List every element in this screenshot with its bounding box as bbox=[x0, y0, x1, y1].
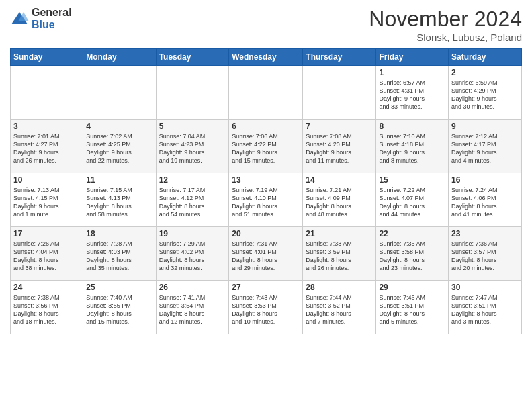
calendar-week-3: 10Sunrise: 7:13 AM Sunset: 4:15 PM Dayli… bbox=[11, 173, 522, 227]
cell-content: Sunrise: 7:21 AM Sunset: 4:09 PM Dayligh… bbox=[306, 186, 373, 219]
day-number: 8 bbox=[379, 122, 445, 131]
logo: General Blue bbox=[10, 7, 72, 30]
calendar-body: 1Sunrise: 6:57 AM Sunset: 4:31 PM Daylig… bbox=[11, 66, 522, 334]
logo-icon bbox=[10, 9, 29, 28]
day-number: 19 bbox=[159, 229, 226, 238]
month-title: November 2024 bbox=[369, 7, 522, 32]
cell-content: Sunrise: 7:01 AM Sunset: 4:27 PM Dayligh… bbox=[13, 132, 80, 165]
cell-content: Sunrise: 7:29 AM Sunset: 4:02 PM Dayligh… bbox=[159, 240, 226, 273]
cell-content: Sunrise: 7:28 AM Sunset: 4:03 PM Dayligh… bbox=[86, 240, 152, 273]
day-number: 18 bbox=[86, 229, 152, 238]
cell-content: Sunrise: 7:02 AM Sunset: 4:25 PM Dayligh… bbox=[86, 132, 152, 165]
calendar-week-1: 1Sunrise: 6:57 AM Sunset: 4:31 PM Daylig… bbox=[11, 66, 522, 120]
calendar-cell-16: 16Sunrise: 7:24 AM Sunset: 4:06 PM Dayli… bbox=[449, 173, 522, 227]
day-number: 13 bbox=[232, 175, 300, 185]
calendar-cell-21: 21Sunrise: 7:33 AM Sunset: 3:59 PM Dayli… bbox=[303, 227, 376, 281]
cell-content: Sunrise: 7:35 AM Sunset: 3:58 PM Dayligh… bbox=[379, 240, 445, 273]
calendar-header: SundayMondayTuesdayWednesdayThursdayFrid… bbox=[11, 49, 522, 66]
calendar-cell-8: 8Sunrise: 7:10 AM Sunset: 4:18 PM Daylig… bbox=[376, 120, 449, 173]
location: Slonsk, Lubusz, Poland bbox=[369, 32, 522, 43]
day-number: 4 bbox=[86, 122, 152, 131]
cell-content: Sunrise: 7:31 AM Sunset: 4:01 PM Dayligh… bbox=[232, 240, 300, 273]
cell-content: Sunrise: 7:44 AM Sunset: 3:52 PM Dayligh… bbox=[306, 293, 373, 326]
calendar-cell-empty bbox=[11, 66, 83, 120]
cell-content: Sunrise: 7:33 AM Sunset: 3:59 PM Dayligh… bbox=[306, 240, 373, 273]
day-number: 5 bbox=[159, 122, 226, 131]
day-number: 9 bbox=[451, 122, 519, 131]
cell-content: Sunrise: 7:10 AM Sunset: 4:18 PM Dayligh… bbox=[379, 132, 445, 165]
cell-content: Sunrise: 7:47 AM Sunset: 3:51 PM Dayligh… bbox=[451, 293, 519, 326]
calendar-cell-11: 11Sunrise: 7:15 AM Sunset: 4:13 PM Dayli… bbox=[83, 173, 156, 227]
cell-content: Sunrise: 7:06 AM Sunset: 4:22 PM Dayligh… bbox=[232, 132, 300, 165]
calendar-cell-29: 29Sunrise: 7:46 AM Sunset: 3:51 PM Dayli… bbox=[376, 281, 449, 334]
day-number: 29 bbox=[379, 283, 445, 292]
calendar-cell-5: 5Sunrise: 7:04 AM Sunset: 4:23 PM Daylig… bbox=[156, 120, 229, 173]
calendar-cell-7: 7Sunrise: 7:08 AM Sunset: 4:20 PM Daylig… bbox=[303, 120, 376, 173]
calendar-cell-2: 2Sunrise: 6:59 AM Sunset: 4:29 PM Daylig… bbox=[449, 66, 522, 120]
day-number: 23 bbox=[451, 229, 519, 238]
calendar-cell-30: 30Sunrise: 7:47 AM Sunset: 3:51 PM Dayli… bbox=[449, 281, 522, 334]
weekday-header-thursday: Thursday bbox=[303, 49, 376, 66]
weekday-header-wednesday: Wednesday bbox=[229, 49, 303, 66]
cell-content: Sunrise: 7:26 AM Sunset: 4:04 PM Dayligh… bbox=[13, 240, 80, 273]
day-number: 25 bbox=[86, 283, 152, 292]
weekday-header-friday: Friday bbox=[376, 49, 449, 66]
day-number: 28 bbox=[306, 283, 373, 292]
calendar-cell-9: 9Sunrise: 7:12 AM Sunset: 4:17 PM Daylig… bbox=[449, 120, 522, 173]
calendar-cell-25: 25Sunrise: 7:40 AM Sunset: 3:55 PM Dayli… bbox=[83, 281, 156, 334]
weekday-header-saturday: Saturday bbox=[449, 49, 522, 66]
calendar-cell-15: 15Sunrise: 7:22 AM Sunset: 4:07 PM Dayli… bbox=[376, 173, 449, 227]
cell-content: Sunrise: 7:13 AM Sunset: 4:15 PM Dayligh… bbox=[13, 186, 80, 219]
cell-content: Sunrise: 7:04 AM Sunset: 4:23 PM Dayligh… bbox=[159, 132, 226, 165]
cell-content: Sunrise: 7:22 AM Sunset: 4:07 PM Dayligh… bbox=[379, 186, 445, 219]
cell-content: Sunrise: 7:41 AM Sunset: 3:54 PM Dayligh… bbox=[159, 293, 226, 326]
calendar-week-5: 24Sunrise: 7:38 AM Sunset: 3:56 PM Dayli… bbox=[11, 281, 522, 334]
cell-content: Sunrise: 7:46 AM Sunset: 3:51 PM Dayligh… bbox=[379, 293, 445, 326]
day-number: 30 bbox=[451, 283, 519, 292]
calendar-cell-14: 14Sunrise: 7:21 AM Sunset: 4:09 PM Dayli… bbox=[303, 173, 376, 227]
weekday-header-tuesday: Tuesday bbox=[156, 49, 229, 66]
calendar-cell-3: 3Sunrise: 7:01 AM Sunset: 4:27 PM Daylig… bbox=[11, 120, 83, 173]
header: General Blue November 2024 Slonsk, Lubus… bbox=[10, 7, 522, 43]
day-number: 20 bbox=[232, 229, 300, 238]
logo-general: General bbox=[32, 7, 72, 19]
day-number: 21 bbox=[306, 229, 373, 238]
cell-content: Sunrise: 7:17 AM Sunset: 4:12 PM Dayligh… bbox=[159, 186, 226, 219]
cell-content: Sunrise: 7:36 AM Sunset: 3:57 PM Dayligh… bbox=[451, 240, 519, 273]
calendar-table: SundayMondayTuesdayWednesdayThursdayFrid… bbox=[10, 48, 522, 334]
calendar-cell-26: 26Sunrise: 7:41 AM Sunset: 3:54 PM Dayli… bbox=[156, 281, 229, 334]
calendar-week-4: 17Sunrise: 7:26 AM Sunset: 4:04 PM Dayli… bbox=[11, 227, 522, 281]
calendar-cell-1: 1Sunrise: 6:57 AM Sunset: 4:31 PM Daylig… bbox=[376, 66, 449, 120]
calendar-cell-10: 10Sunrise: 7:13 AM Sunset: 4:15 PM Dayli… bbox=[11, 173, 83, 227]
calendar-cell-empty bbox=[303, 66, 376, 120]
logo-text: General Blue bbox=[32, 7, 72, 30]
day-number: 12 bbox=[159, 175, 226, 185]
calendar-cell-27: 27Sunrise: 7:43 AM Sunset: 3:53 PM Dayli… bbox=[229, 281, 303, 334]
calendar-cell-6: 6Sunrise: 7:06 AM Sunset: 4:22 PM Daylig… bbox=[229, 120, 303, 173]
cell-content: Sunrise: 7:38 AM Sunset: 3:56 PM Dayligh… bbox=[13, 293, 80, 326]
title-area: November 2024 Slonsk, Lubusz, Poland bbox=[369, 7, 522, 43]
day-number: 10 bbox=[13, 175, 80, 185]
calendar-cell-24: 24Sunrise: 7:38 AM Sunset: 3:56 PM Dayli… bbox=[11, 281, 83, 334]
logo-blue: Blue bbox=[32, 19, 72, 31]
day-number: 3 bbox=[13, 122, 80, 131]
day-number: 16 bbox=[451, 175, 519, 185]
day-number: 26 bbox=[159, 283, 226, 292]
day-number: 14 bbox=[306, 175, 373, 185]
calendar-cell-empty bbox=[229, 66, 303, 120]
calendar-cell-20: 20Sunrise: 7:31 AM Sunset: 4:01 PM Dayli… bbox=[229, 227, 303, 281]
calendar-cell-13: 13Sunrise: 7:19 AM Sunset: 4:10 PM Dayli… bbox=[229, 173, 303, 227]
calendar-cell-4: 4Sunrise: 7:02 AM Sunset: 4:25 PM Daylig… bbox=[83, 120, 156, 173]
day-number: 2 bbox=[451, 68, 519, 77]
cell-content: Sunrise: 7:12 AM Sunset: 4:17 PM Dayligh… bbox=[451, 132, 519, 165]
cell-content: Sunrise: 6:57 AM Sunset: 4:31 PM Dayligh… bbox=[379, 79, 445, 111]
day-number: 24 bbox=[13, 283, 80, 292]
calendar-cell-empty bbox=[83, 66, 156, 120]
calendar-cell-19: 19Sunrise: 7:29 AM Sunset: 4:02 PM Dayli… bbox=[156, 227, 229, 281]
day-number: 22 bbox=[379, 229, 445, 238]
cell-content: Sunrise: 7:40 AM Sunset: 3:55 PM Dayligh… bbox=[86, 293, 152, 326]
calendar-cell-17: 17Sunrise: 7:26 AM Sunset: 4:04 PM Dayli… bbox=[11, 227, 83, 281]
weekday-header-monday: Monday bbox=[83, 49, 156, 66]
cell-content: Sunrise: 7:43 AM Sunset: 3:53 PM Dayligh… bbox=[232, 293, 300, 326]
calendar-cell-23: 23Sunrise: 7:36 AM Sunset: 3:57 PM Dayli… bbox=[449, 227, 522, 281]
